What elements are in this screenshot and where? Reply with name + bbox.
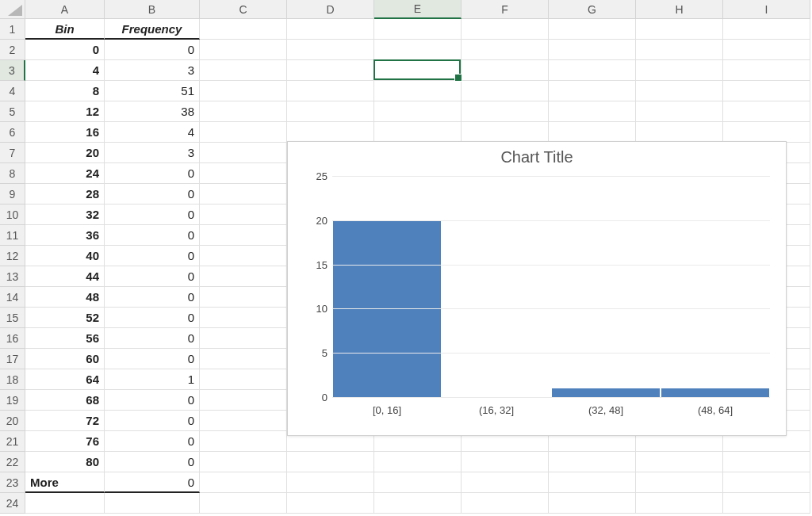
row-header-21[interactable]: 21 bbox=[0, 431, 25, 452]
cell-F23[interactable] bbox=[462, 472, 549, 493]
cell-F5[interactable] bbox=[462, 101, 549, 122]
row-header-11[interactable]: 11 bbox=[0, 225, 25, 246]
cell-G22[interactable] bbox=[549, 452, 636, 472]
cell-C18[interactable] bbox=[200, 369, 287, 390]
row-header-24[interactable]: 24 bbox=[0, 493, 25, 514]
cell-C15[interactable] bbox=[200, 308, 287, 328]
cell-B11[interactable]: 0 bbox=[105, 225, 200, 246]
cell-B12[interactable]: 0 bbox=[105, 246, 200, 266]
cell-A11[interactable]: 36 bbox=[25, 225, 105, 246]
cell-D5[interactable] bbox=[287, 101, 374, 122]
cell-H3[interactable] bbox=[636, 60, 723, 81]
cell-F3[interactable] bbox=[462, 60, 549, 81]
row-header-7[interactable]: 7 bbox=[0, 143, 25, 163]
cell-B22[interactable]: 0 bbox=[105, 452, 200, 472]
cell-E24[interactable] bbox=[374, 493, 462, 514]
cell-A17[interactable]: 60 bbox=[25, 349, 105, 369]
cell-B6[interactable]: 4 bbox=[105, 122, 200, 143]
cell-E5[interactable] bbox=[374, 101, 462, 122]
cell-B14[interactable]: 0 bbox=[105, 287, 200, 308]
row-header-1[interactable]: 1 bbox=[0, 19, 25, 40]
cell-G4[interactable] bbox=[549, 81, 636, 101]
cell-G24[interactable] bbox=[549, 493, 636, 514]
cell-B2[interactable]: 0 bbox=[105, 40, 200, 60]
row-header-15[interactable]: 15 bbox=[0, 308, 25, 328]
row-header-18[interactable]: 18 bbox=[0, 369, 25, 390]
column-header-h[interactable]: H bbox=[636, 0, 723, 19]
cell-B20[interactable]: 0 bbox=[105, 411, 200, 431]
cell-D22[interactable] bbox=[287, 452, 374, 472]
cell-A21[interactable]: 76 bbox=[25, 431, 105, 452]
cell-F24[interactable] bbox=[462, 493, 549, 514]
cell-C5[interactable] bbox=[200, 101, 287, 122]
cell-I22[interactable] bbox=[723, 452, 810, 472]
cell-A8[interactable]: 24 bbox=[25, 163, 105, 184]
cell-C22[interactable] bbox=[200, 452, 287, 472]
cell-A16[interactable]: 56 bbox=[25, 328, 105, 349]
cell-F2[interactable] bbox=[462, 40, 549, 60]
cell-C10[interactable] bbox=[200, 204, 287, 225]
row-header-16[interactable]: 16 bbox=[0, 328, 25, 349]
cell-A12[interactable]: 40 bbox=[25, 246, 105, 266]
cell-C2[interactable] bbox=[200, 40, 287, 60]
cell-C12[interactable] bbox=[200, 246, 287, 266]
row-header-22[interactable]: 22 bbox=[0, 452, 25, 472]
cell-A15[interactable]: 52 bbox=[25, 308, 105, 328]
cell-A20[interactable]: 72 bbox=[25, 411, 105, 431]
cell-H4[interactable] bbox=[636, 81, 723, 101]
cell-C3[interactable] bbox=[200, 60, 287, 81]
row-header-19[interactable]: 19 bbox=[0, 390, 25, 411]
chart-bar[interactable] bbox=[661, 388, 768, 397]
cell-H24[interactable] bbox=[636, 493, 723, 514]
cell-C7[interactable] bbox=[200, 143, 287, 163]
cell-C9[interactable] bbox=[200, 184, 287, 204]
cell-I2[interactable] bbox=[723, 40, 810, 60]
cell-A4[interactable]: 8 bbox=[25, 81, 105, 101]
cell-C16[interactable] bbox=[200, 328, 287, 349]
cell-D2[interactable] bbox=[287, 40, 374, 60]
cell-A14[interactable]: 48 bbox=[25, 287, 105, 308]
cell-E1[interactable] bbox=[374, 19, 462, 40]
cell-B24[interactable] bbox=[105, 493, 200, 514]
cell-B4[interactable]: 51 bbox=[105, 81, 200, 101]
row-header-5[interactable]: 5 bbox=[0, 101, 25, 122]
cell-H23[interactable] bbox=[636, 472, 723, 493]
cell-C24[interactable] bbox=[200, 493, 287, 514]
row-header-14[interactable]: 14 bbox=[0, 287, 25, 308]
cell-A22[interactable]: 80 bbox=[25, 452, 105, 472]
cell-E4[interactable] bbox=[374, 81, 462, 101]
cell-G2[interactable] bbox=[549, 40, 636, 60]
cell-A9[interactable]: 28 bbox=[25, 184, 105, 204]
row-header-9[interactable]: 9 bbox=[0, 184, 25, 204]
column-header-b[interactable]: B bbox=[105, 0, 200, 19]
cell-B17[interactable]: 0 bbox=[105, 349, 200, 369]
cell-D24[interactable] bbox=[287, 493, 374, 514]
select-all-corner[interactable] bbox=[0, 0, 25, 19]
row-header-8[interactable]: 8 bbox=[0, 163, 25, 184]
cell-E22[interactable] bbox=[374, 452, 462, 472]
cell-C6[interactable] bbox=[200, 122, 287, 143]
row-header-10[interactable]: 10 bbox=[0, 204, 25, 225]
row-header-2[interactable]: 2 bbox=[0, 40, 25, 60]
cell-D3[interactable] bbox=[287, 60, 374, 81]
cell-G6[interactable] bbox=[549, 122, 636, 143]
cell-C23[interactable] bbox=[200, 472, 287, 493]
column-header-g[interactable]: G bbox=[549, 0, 636, 19]
column-header-e[interactable]: E bbox=[374, 0, 462, 19]
cell-D23[interactable] bbox=[287, 472, 374, 493]
cell-B21[interactable]: 0 bbox=[105, 431, 200, 452]
cell-C17[interactable] bbox=[200, 349, 287, 369]
cell-F22[interactable] bbox=[462, 452, 549, 472]
cell-D4[interactable] bbox=[287, 81, 374, 101]
cell-F4[interactable] bbox=[462, 81, 549, 101]
cell-A18[interactable]: 64 bbox=[25, 369, 105, 390]
cell-G23[interactable] bbox=[549, 472, 636, 493]
cell-I6[interactable] bbox=[723, 122, 810, 143]
cell-C13[interactable] bbox=[200, 266, 287, 287]
cell-B16[interactable]: 0 bbox=[105, 328, 200, 349]
cell-B9[interactable]: 0 bbox=[105, 184, 200, 204]
cell-E23[interactable] bbox=[374, 472, 462, 493]
cell-A5[interactable]: 12 bbox=[25, 101, 105, 122]
row-header-3[interactable]: 3 bbox=[0, 60, 25, 81]
column-header-a[interactable]: A bbox=[25, 0, 105, 19]
